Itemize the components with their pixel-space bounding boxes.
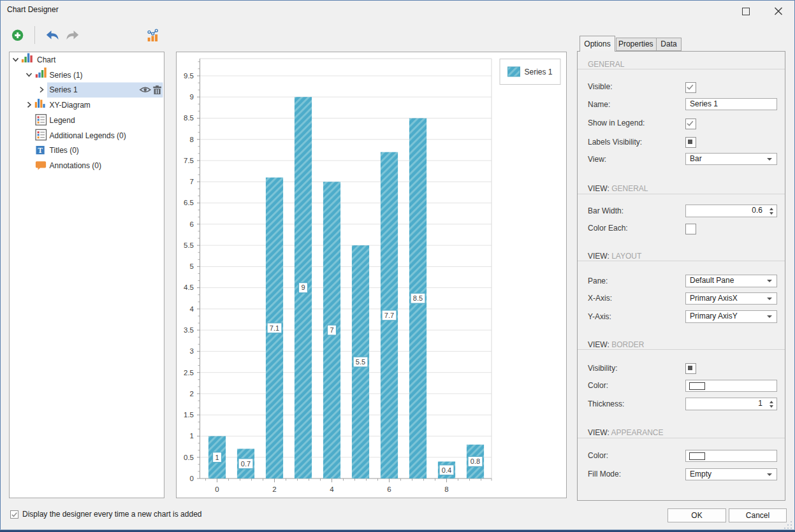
svg-text:8: 8 xyxy=(444,485,448,493)
svg-text:Legend: Legend xyxy=(50,116,75,125)
svg-text:1.5: 1.5 xyxy=(184,411,194,419)
svg-text:T: T xyxy=(38,147,43,154)
svg-text:2: 2 xyxy=(272,485,276,493)
svg-text:Series 1: Series 1 xyxy=(50,85,78,94)
svg-text:0.4: 0.4 xyxy=(441,466,451,474)
svg-text:0: 0 xyxy=(215,485,219,493)
svg-text:5.5: 5.5 xyxy=(355,358,365,366)
svg-text:Titles (0): Titles (0) xyxy=(50,146,79,155)
svg-text:7.5: 7.5 xyxy=(184,157,194,164)
svg-text:0.7: 0.7 xyxy=(240,460,250,468)
svg-text:Series 1: Series 1 xyxy=(524,68,552,76)
svg-text:4: 4 xyxy=(330,485,334,493)
svg-text:7: 7 xyxy=(330,326,333,334)
svg-text:8: 8 xyxy=(189,136,193,143)
svg-text:3.5: 3.5 xyxy=(184,326,194,334)
svg-text:Series (1): Series (1) xyxy=(50,71,83,80)
svg-text:1: 1 xyxy=(215,454,219,461)
svg-text:3: 3 xyxy=(189,347,193,355)
svg-text:0: 0 xyxy=(189,475,193,482)
svg-text:7.7: 7.7 xyxy=(384,312,393,319)
svg-text:6: 6 xyxy=(189,220,193,228)
svg-text:0.5: 0.5 xyxy=(184,454,194,461)
svg-text:9: 9 xyxy=(189,93,193,101)
svg-text:4: 4 xyxy=(189,305,194,313)
svg-text:4.5: 4.5 xyxy=(184,284,194,291)
svg-text:6: 6 xyxy=(387,485,391,493)
svg-text:5: 5 xyxy=(189,262,193,270)
svg-text:1: 1 xyxy=(189,432,193,440)
svg-text:7.1: 7.1 xyxy=(269,324,279,332)
svg-text:8.5: 8.5 xyxy=(184,114,194,122)
svg-text:9.5: 9.5 xyxy=(184,72,194,80)
svg-text:8.5: 8.5 xyxy=(412,294,422,302)
svg-text:7: 7 xyxy=(189,178,193,185)
svg-text:Annotations (0): Annotations (0) xyxy=(50,161,101,170)
svg-text:2.5: 2.5 xyxy=(184,369,194,377)
svg-text:XY-Diagram: XY-Diagram xyxy=(50,101,91,110)
svg-text:Chart: Chart xyxy=(37,55,56,64)
svg-text:6.5: 6.5 xyxy=(184,199,194,206)
svg-text:9: 9 xyxy=(301,284,305,291)
svg-text:0.8: 0.8 xyxy=(470,457,479,465)
svg-text:5.5: 5.5 xyxy=(184,241,194,249)
svg-text:Additional Legends (0): Additional Legends (0) xyxy=(50,131,126,140)
svg-text:2: 2 xyxy=(189,390,193,398)
